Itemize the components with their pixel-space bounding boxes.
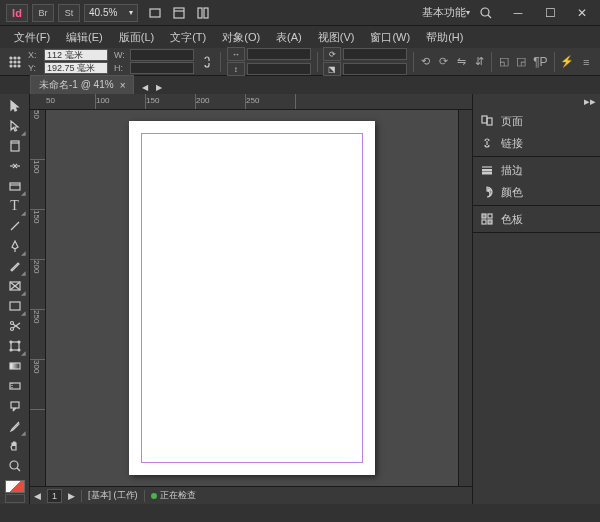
rotate-field[interactable] <box>343 48 407 60</box>
view-mode-toggle[interactable] <box>5 494 25 503</box>
menu-layout[interactable]: 版面(L) <box>111 30 162 45</box>
gap-tool[interactable] <box>3 156 27 176</box>
flip-horizontal-icon[interactable]: ⇋ <box>455 53 467 71</box>
fill-stroke-swatch[interactable] <box>5 480 25 493</box>
panel-collapse-icon[interactable]: ▸▸ <box>473 94 600 108</box>
svg-rect-1 <box>174 8 184 18</box>
menu-type[interactable]: 文字(T) <box>162 30 214 45</box>
svg-rect-50 <box>482 220 486 224</box>
menu-view[interactable]: 视图(V) <box>310 30 363 45</box>
svg-point-5 <box>481 8 489 16</box>
menu-help[interactable]: 帮助(H) <box>418 30 471 45</box>
svg-point-47 <box>488 189 490 191</box>
w-label: W: <box>114 50 128 60</box>
scale-y-icon[interactable]: ↕ <box>227 62 245 76</box>
scissors-tool[interactable] <box>3 316 27 336</box>
panel-links[interactable]: 链接 <box>473 132 600 154</box>
rotate-icon[interactable]: ⟳ <box>323 47 341 61</box>
panel-dock: ▸▸ 页面 链接 描边 颜色 色板 <box>472 94 600 504</box>
document-tabs: 未命名-1 @ 41% × ◀ ▶ <box>0 76 600 94</box>
page-nav-prev[interactable]: ◀ <box>34 491 41 501</box>
shear-icon[interactable]: ⬔ <box>323 62 341 76</box>
minimize-button[interactable]: ─ <box>506 4 530 22</box>
close-button[interactable]: ✕ <box>570 4 594 22</box>
view-options-icon[interactable] <box>144 4 166 22</box>
links-icon <box>479 136 495 150</box>
tab-close-icon[interactable]: × <box>120 80 126 91</box>
y-field[interactable] <box>44 62 108 74</box>
flip-vertical-icon[interactable]: ⇵ <box>473 53 485 71</box>
vertical-ruler[interactable]: 50 100 150 200 250 300 <box>30 110 46 486</box>
page-number-field[interactable]: 1 <box>47 489 62 503</box>
paragraph-style-icon[interactable]: ¶P <box>533 53 547 71</box>
control-menu-icon[interactable]: ≡ <box>580 53 592 71</box>
rotate-90-ccw-icon[interactable]: ⟳ <box>438 53 450 71</box>
gradient-swatch-tool[interactable] <box>3 356 27 376</box>
page-tool[interactable] <box>3 136 27 156</box>
panel-stroke[interactable]: 描边 <box>473 159 600 181</box>
svg-point-15 <box>18 65 20 67</box>
svg-line-22 <box>11 222 19 230</box>
scale-x-field[interactable] <box>247 48 311 60</box>
selection-tool[interactable] <box>3 96 27 116</box>
constrain-proportions-icon[interactable] <box>200 53 214 71</box>
zoom-level-dropdown[interactable]: 40.5% <box>84 4 138 22</box>
layout-name[interactable]: [基本] (工作) <box>88 489 138 502</box>
search-icon[interactable] <box>476 4 496 22</box>
tab-scroll-right[interactable]: ▶ <box>152 80 166 94</box>
menu-file[interactable]: 文件(F) <box>6 30 58 45</box>
preflight-status-text[interactable]: 正在检查 <box>160 489 196 502</box>
maximize-button[interactable]: ☐ <box>538 4 562 22</box>
scale-y-field[interactable] <box>247 63 311 75</box>
bridge-button[interactable]: Br <box>32 4 54 22</box>
horizontal-ruler[interactable]: 50 100 150 200 250 <box>30 94 472 110</box>
svg-point-35 <box>18 349 20 351</box>
panel-color[interactable]: 颜色 <box>473 181 600 203</box>
zoom-tool[interactable] <box>3 456 27 476</box>
hand-tool[interactable] <box>3 436 27 456</box>
vertical-scrollbar[interactable] <box>458 110 472 486</box>
w-field[interactable] <box>130 49 194 61</box>
stock-button[interactable]: St <box>58 4 80 22</box>
gradient-feather-tool[interactable] <box>3 376 27 396</box>
menu-edit[interactable]: 编辑(E) <box>58 30 111 45</box>
control-bar: X: Y: W: H: ↔ ↕ ⟳ ⬔ ⟲ ⟳ ⇋ ⇵ ◱ ◲ ¶P ⚡ ≡ <box>0 48 600 76</box>
page-nav-next[interactable]: ▶ <box>68 491 75 501</box>
screen-mode-icon[interactable] <box>168 4 190 22</box>
select-content-icon[interactable]: ◲ <box>515 53 527 71</box>
svg-rect-36 <box>10 363 20 369</box>
h-label: H: <box>114 63 128 73</box>
note-tool[interactable] <box>3 396 27 416</box>
tab-scroll-left[interactable]: ◀ <box>138 80 152 94</box>
rotate-90-cw-icon[interactable]: ⟲ <box>420 53 432 71</box>
shear-field[interactable] <box>343 63 407 75</box>
arrange-documents-icon[interactable] <box>192 4 214 22</box>
menu-window[interactable]: 窗口(W) <box>362 30 418 45</box>
line-tool[interactable] <box>3 216 27 236</box>
panel-pages[interactable]: 页面 <box>473 110 600 132</box>
h-field[interactable] <box>130 62 194 74</box>
menu-table[interactable]: 表(A) <box>268 30 310 45</box>
x-field[interactable] <box>44 49 108 61</box>
y-label: Y: <box>28 63 42 73</box>
panel-swatches[interactable]: 色板 <box>473 208 600 230</box>
canvas-area: 50 100 150 200 250 50 100 150 200 250 30… <box>30 94 472 504</box>
svg-point-12 <box>18 61 20 63</box>
svg-rect-31 <box>11 342 19 350</box>
svg-point-14 <box>14 65 16 67</box>
scale-x-icon[interactable]: ↔ <box>227 47 245 61</box>
app-logo[interactable]: Id <box>6 4 28 22</box>
svg-rect-4 <box>204 8 208 18</box>
document-tab[interactable]: 未命名-1 @ 41% × <box>30 75 134 94</box>
svg-rect-43 <box>487 118 492 125</box>
reference-point-icon[interactable] <box>8 53 22 71</box>
menu-object[interactable]: 对象(O) <box>214 30 268 45</box>
quick-apply-icon[interactable]: ⚡ <box>560 53 574 71</box>
document-viewport[interactable] <box>46 110 458 486</box>
toolbox: ◢ ◢ T◢ ◢ ◢ ◢ ◢ ◢ ◢ <box>0 94 30 504</box>
page[interactable] <box>129 121 375 475</box>
svg-point-11 <box>14 61 16 63</box>
svg-rect-0 <box>150 9 160 17</box>
select-container-icon[interactable]: ◱ <box>498 53 510 71</box>
workspace-switcher[interactable]: 基本功能 <box>416 5 476 20</box>
